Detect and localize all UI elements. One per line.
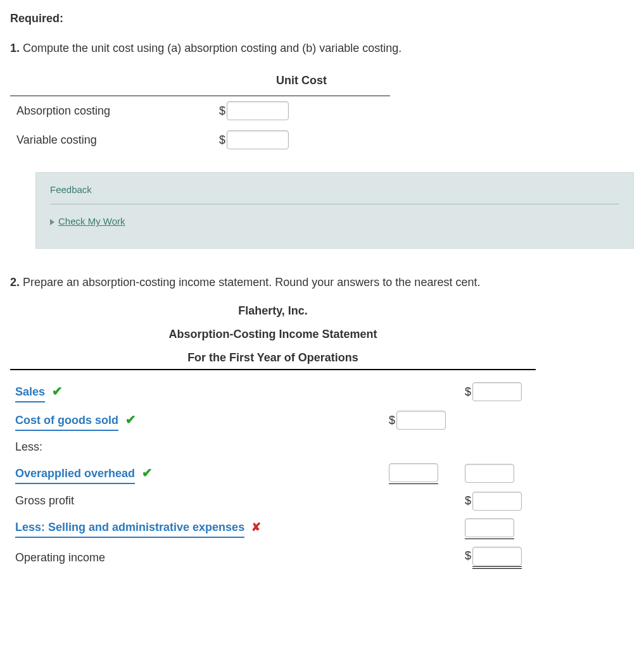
x-icon: ✘ xyxy=(251,519,261,536)
dollar-sign: $ xyxy=(465,383,471,401)
overapplied-label[interactable]: Overapplied overhead xyxy=(15,465,135,484)
stmt-title: Absorption-Costing Income Statement xyxy=(10,326,536,343)
table-row: Overapplied overhead ✔ xyxy=(10,459,536,488)
sales-input[interactable] xyxy=(472,382,522,401)
q2-number: 2. xyxy=(10,276,20,289)
cogs-label[interactable]: Cost of goods sold xyxy=(15,412,118,431)
unit-cost-header: Unit Cost xyxy=(213,68,390,96)
operating-income-label: Operating income xyxy=(10,543,384,573)
required-heading: Required: xyxy=(10,10,634,27)
check-icon: ✔ xyxy=(125,410,136,429)
less-label: Less: xyxy=(10,435,384,459)
table-row: Sales ✔ $ xyxy=(10,378,536,406)
check-my-work-label: Check My Work xyxy=(58,215,125,229)
dollar-sign: $ xyxy=(465,547,471,564)
table-row: Cost of goods sold ✔ $ xyxy=(10,406,536,435)
absorption-label: Absorption costing xyxy=(10,96,213,126)
check-icon: ✔ xyxy=(142,463,153,482)
triangle-right-icon xyxy=(50,219,54,225)
stmt-period: For the First Year of Operations xyxy=(10,349,536,366)
q1-number: 1. xyxy=(10,42,20,54)
table-row: Operating income $ xyxy=(10,543,536,573)
sga-input[interactable] xyxy=(465,518,514,537)
variable-cost-input[interactable] xyxy=(227,130,289,149)
feedback-title: Feedback xyxy=(50,183,619,204)
overapplied-input-b[interactable] xyxy=(465,464,514,483)
dollar-sign: $ xyxy=(465,492,471,509)
dollar-sign: $ xyxy=(389,412,395,429)
check-icon: ✔ xyxy=(52,382,63,401)
variable-label: Variable costing xyxy=(10,125,213,154)
cogs-input[interactable] xyxy=(396,411,446,430)
question-2: 2. Prepare an absorption-costing income … xyxy=(10,274,634,291)
unit-cost-table: Unit Cost Absorption costing $ Variable … xyxy=(10,68,390,154)
operating-income-input[interactable] xyxy=(472,547,522,566)
dollar-sign: $ xyxy=(219,132,225,149)
feedback-panel: Feedback Check My Work xyxy=(35,172,634,249)
sga-label[interactable]: Less: Selling and administrative expense… xyxy=(15,519,244,538)
table-row: Variable costing $ xyxy=(10,125,390,154)
absorption-cost-input[interactable] xyxy=(227,101,289,120)
dollar-sign: $ xyxy=(219,103,225,120)
table-row: Absorption costing $ xyxy=(10,96,390,126)
overapplied-input-a[interactable] xyxy=(389,463,438,482)
question-1: 1. Compute the unit cost using (a) absor… xyxy=(10,40,634,57)
income-statement-table: Sales ✔ $ Cost of goods sold ✔ $ Less: xyxy=(10,369,536,573)
q2-text: Prepare an absorption-costing income sta… xyxy=(23,276,480,289)
stmt-company: Flaherty, Inc. xyxy=(10,302,536,320)
gross-profit-input[interactable] xyxy=(472,492,522,511)
gross-profit-label: Gross profit xyxy=(10,488,384,514)
check-my-work-link[interactable]: Check My Work xyxy=(50,215,125,229)
sales-label[interactable]: Sales xyxy=(15,383,45,402)
table-row: Less: xyxy=(10,435,536,459)
table-row: Less: Selling and administrative expense… xyxy=(10,514,536,543)
q1-text: Compute the unit cost using (a) absorpti… xyxy=(23,42,401,54)
table-row: Gross profit $ xyxy=(10,488,536,514)
